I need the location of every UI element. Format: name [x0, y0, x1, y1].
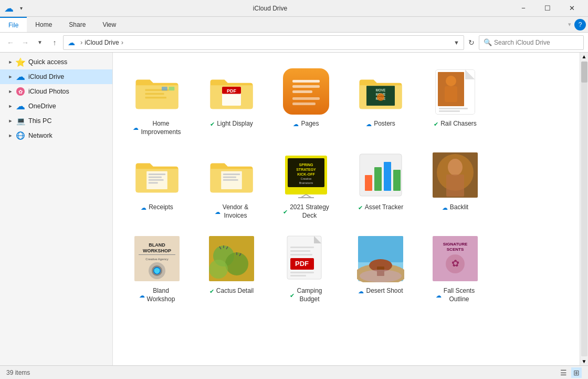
sync-cloud-icon: ☁: [358, 288, 364, 295]
ribbon-collapse-icon: ▾: [568, 21, 571, 28]
svg-text:Brainstorm: Brainstorm: [299, 181, 313, 185]
file-item-home-improvements[interactable]: ☁ Home Improvements: [123, 61, 191, 140]
file-name: ☁ Posters: [366, 120, 395, 128]
path-separator: ›: [80, 38, 82, 46]
file-item-desert-shoot[interactable]: ☁ Desert Shoot: [347, 228, 414, 308]
quick-access-toolbar[interactable]: ☁ ▾: [4, 3, 25, 14]
file-item-pages[interactable]: ☁ Pages: [272, 61, 340, 140]
file-item-receipts[interactable]: ☁ Receipts: [123, 145, 191, 224]
content-area: ☁ Home Improvements PDF: [113, 53, 580, 365]
file-thumb: [429, 65, 481, 118]
sidebar-item-network[interactable]: ► Network: [0, 128, 112, 143]
tab-home[interactable]: Home: [27, 17, 60, 32]
file-thumb: MOVE MOVE MOVE: [354, 65, 407, 118]
expand-icon: ►: [6, 117, 15, 125]
file-thumb: [280, 65, 332, 118]
file-name: ☁ Fall Scents Outline: [436, 287, 475, 303]
sync-cloud-icon: ☁: [366, 120, 372, 128]
search-box[interactable]: 🔍: [479, 35, 584, 50]
list-view-button[interactable]: ☰: [558, 367, 569, 378]
file-name: ✔ Asset Tracker: [358, 203, 403, 212]
sidebar-item-icloud-photos[interactable]: ► ✿ iCloud Photos: [0, 84, 112, 99]
network-icon: [16, 131, 25, 140]
svg-rect-33: [149, 177, 162, 178]
file-item-light-display[interactable]: PDF ✔ Light Display: [198, 61, 265, 140]
sync-ok-icon: ✔: [210, 120, 215, 128]
qat-dropdown[interactable]: ▾: [18, 4, 25, 12]
grid-view-button[interactable]: ⊞: [571, 367, 582, 378]
icloud-photos-icon: ✿: [16, 87, 25, 96]
minimize-button[interactable]: −: [511, 0, 536, 17]
up-button[interactable]: ↑: [48, 36, 61, 49]
sidebar-item-onedrive[interactable]: ► ☁ OneDrive: [0, 99, 112, 114]
file-name: ☁ Home Improvements: [133, 120, 181, 136]
file-item-rail-chasers[interactable]: ✔ Rail Chasers: [422, 61, 489, 140]
svg-text:MOVE: MOVE: [376, 88, 386, 92]
scroll-down-button[interactable]: ▼: [581, 357, 588, 365]
file-item-2021-strategy[interactable]: SPRING STRATEGY KICK-OFF Creative Brains…: [272, 145, 340, 224]
app-icon: ☁: [4, 3, 14, 14]
view-controls[interactable]: ☰ ⊞: [558, 367, 582, 378]
svg-rect-38: [223, 177, 236, 178]
expand-icon: ►: [6, 73, 15, 81]
file-item-posters[interactable]: MOVE MOVE MOVE ☁ Posters: [347, 61, 414, 140]
help-button[interactable]: ?: [574, 19, 586, 30]
sidebar-item-icloud-drive[interactable]: ► ☁ iCloud Drive: [0, 69, 112, 84]
svg-rect-30: [439, 110, 460, 112]
file-name: ✔ Camping Budget: [290, 287, 322, 303]
svg-rect-85: [358, 236, 403, 262]
sync-ok-icon: ✔: [209, 288, 214, 295]
tab-file[interactable]: File: [0, 17, 27, 32]
file-thumb: [205, 149, 258, 201]
svg-rect-58: [446, 175, 464, 197]
quick-access-icon: ⭐: [16, 57, 25, 67]
scroll-up-button[interactable]: ▲: [581, 53, 588, 60]
svg-rect-8: [162, 87, 167, 90]
sidebar-label-network: Network: [28, 132, 52, 139]
svg-rect-14: [292, 80, 320, 83]
tab-view[interactable]: View: [94, 17, 124, 32]
sidebar-item-quick-access[interactable]: ► ⭐ Quick access: [0, 55, 112, 69]
path-dropdown[interactable]: ▼: [454, 39, 459, 46]
svg-rect-82: [290, 272, 314, 273]
file-item-camping-budget[interactable]: PDF ✔ Camping Budget: [272, 228, 340, 308]
forward-button[interactable]: →: [19, 36, 32, 49]
close-button[interactable]: ✕: [560, 0, 584, 17]
svg-rect-79: [290, 254, 312, 255]
svg-text:Creative Agency: Creative Agency: [145, 258, 169, 261]
recent-button[interactable]: ▼: [34, 36, 46, 49]
sidebar-label-this-pc: This PC: [28, 117, 51, 125]
maximize-button[interactable]: ☐: [536, 0, 560, 17]
file-item-bland-workshop[interactable]: BLAND WORKSHOP Creative Agency ☁ Bla: [123, 228, 191, 308]
file-thumb: SPRING STRATEGY KICK-OFF Creative Brains…: [280, 149, 332, 201]
svg-text:KICK-OFF: KICK-OFF: [297, 172, 315, 176]
search-input[interactable]: [494, 39, 579, 46]
svg-text:STRATEGY: STRATEGY: [296, 168, 316, 171]
svg-rect-83: [290, 275, 306, 276]
window-controls[interactable]: − ☐ ✕: [511, 0, 584, 17]
file-item-fall-scents[interactable]: SIGNATURE SCENTS ✿ ☁ Fall Scents Outline: [422, 228, 489, 308]
sidebar-item-this-pc[interactable]: ► 💻 This PC: [0, 114, 112, 128]
path-current: iCloud Drive: [85, 39, 119, 46]
icloud-drive-icon: ☁: [16, 72, 25, 81]
svg-rect-32: [149, 173, 165, 175]
file-name: ✔ Light Display: [210, 120, 253, 128]
file-item-asset-tracker[interactable]: ✔ Asset Tracker: [347, 145, 414, 224]
svg-point-23: [377, 94, 384, 101]
refresh-button[interactable]: ↻: [466, 36, 477, 49]
scrollbar[interactable]: ▲ ▼: [580, 53, 588, 365]
scroll-thumb[interactable]: [581, 62, 587, 83]
scroll-track: [581, 62, 587, 356]
address-path[interactable]: ☁ ​ › iCloud Drive › ▼: [63, 35, 464, 50]
file-item-backlit[interactable]: ☁ Backlit: [422, 145, 489, 224]
svg-rect-77: [290, 247, 314, 248]
svg-text:SCENTS: SCENTS: [447, 247, 464, 252]
sync-cloud-icon: ☁: [139, 292, 145, 299]
svg-rect-78: [290, 250, 310, 252]
back-button[interactable]: ←: [4, 36, 17, 49]
tab-share[interactable]: Share: [60, 17, 94, 32]
file-thumb: [205, 232, 258, 285]
file-name: ☁ Pages: [293, 120, 319, 128]
file-item-cactus-detail[interactable]: ✔ Cactus Detail: [198, 228, 265, 308]
file-item-vendor-invoices[interactable]: ☁ Vendor & Invoices: [198, 145, 265, 224]
